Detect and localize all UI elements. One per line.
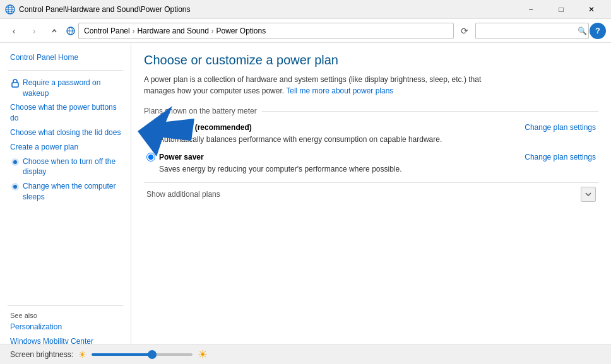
content-area: Choose or customize a power plan A power… — [131, 43, 611, 364]
path-hardware-sound[interactable]: Hardware and Sound — [137, 26, 208, 35]
plan-power-saver-header: Power saver Change plan settings — [146, 153, 596, 161]
address-bar: ‹ › Control Panel › Hardware and Sound ›… — [0, 19, 611, 43]
brightness-sun-dim-icon: ☀ — [78, 349, 86, 360]
sidebar-sep-2 — [8, 305, 123, 306]
sidebar-icon-display — [10, 157, 20, 167]
sidebar-link-lid[interactable]: Choose what closing the lid does — [0, 126, 131, 140]
see-also-title: See also — [0, 307, 47, 322]
title-bar-title: Control Panel\Hardware and Sound\Power O… — [19, 5, 516, 14]
title-bar-icon — [5, 4, 15, 15]
help-button[interactable]: ? — [590, 23, 606, 39]
path-control-panel[interactable]: Control Panel — [84, 26, 130, 35]
arrow-annotation — [138, 106, 194, 158]
address-path[interactable]: Control Panel › Hardware and Sound › Pow… — [78, 23, 454, 39]
close-button[interactable]: ✕ — [577, 0, 606, 19]
path-sep-2: › — [211, 27, 214, 35]
brightness-thumb[interactable] — [148, 350, 157, 359]
svg-point-10 — [13, 160, 17, 164]
sidebar-home-link[interactable]: Control Panel Home — [0, 50, 131, 65]
sidebar-link-password[interactable]: Require a password on wakeup — [0, 76, 131, 101]
refresh-button[interactable]: ⟳ — [456, 23, 473, 39]
sidebar-personalization[interactable]: Personalization — [0, 320, 131, 334]
maximize-button[interactable]: □ — [547, 0, 576, 19]
path-sep-1: › — [133, 27, 135, 35]
plan-balanced: Balanced (recommended) Change plan setti… — [144, 123, 598, 145]
plan-power-saver: Power saver Change plan settings Saves e… — [144, 153, 598, 175]
brightness-sun-bright-icon: ☀ — [198, 348, 208, 361]
sidebar-icon-sleep — [10, 182, 20, 192]
expand-plans-button[interactable] — [581, 187, 596, 202]
sidebar-link-power-buttons[interactable]: Choose what the power buttons do — [0, 100, 131, 126]
svg-point-12 — [13, 185, 17, 189]
svg-marker-13 — [138, 106, 194, 156]
sidebar-link-create-plan[interactable]: Create a power plan — [0, 140, 131, 155]
search-input[interactable] — [475, 23, 589, 39]
page-description: A power plan is a collection of hardware… — [144, 74, 510, 97]
minimize-button[interactable]: − — [516, 0, 545, 19]
main-layout: Control Panel Home Require a password on… — [0, 43, 611, 364]
path-icon — [66, 26, 76, 36]
sidebar-link-sleep[interactable]: Change when the computer sleeps — [0, 179, 131, 204]
plan-power-saver-change-link[interactable]: Change plan settings — [525, 153, 596, 161]
sidebar-sep-1 — [8, 70, 123, 71]
path-power-options[interactable]: Power Options — [216, 26, 266, 35]
svg-rect-8 — [12, 83, 18, 87]
brightness-slider[interactable] — [92, 353, 193, 356]
title-bar-controls: − □ ✕ — [516, 0, 606, 19]
show-additional-link[interactable]: Show additional plans — [146, 190, 220, 199]
up-button[interactable] — [45, 22, 63, 40]
sidebar-icon-password — [10, 78, 20, 88]
brightness-label: Screen brightness: — [10, 350, 73, 359]
plan-balanced-change-link[interactable]: Change plan settings — [525, 123, 596, 132]
more-info-link[interactable]: Tell me more about power plans — [286, 86, 393, 95]
page-title: Choose or customize a power plan — [144, 53, 598, 68]
plan-balanced-desc: Automatically balances performance with … — [146, 134, 596, 145]
plan-power-saver-desc: Saves energy by reducing your computer's… — [146, 164, 596, 175]
plans-section-title: Plans shown on the battery meter — [144, 107, 598, 115]
title-bar: Control Panel\Hardware and Sound\Power O… — [0, 0, 611, 19]
sidebar: Control Panel Home Require a password on… — [0, 43, 131, 364]
bottom-bar: Screen brightness: ☀ ☀ — [0, 344, 611, 364]
show-additional-plans: Show additional plans — [144, 182, 598, 206]
plan-balanced-header: Balanced (recommended) Change plan setti… — [146, 123, 596, 132]
back-button[interactable]: ‹ — [5, 22, 23, 40]
sidebar-link-turn-off-display[interactable]: Choose when to turn off the display — [0, 155, 131, 180]
forward-button[interactable]: › — [25, 22, 43, 40]
